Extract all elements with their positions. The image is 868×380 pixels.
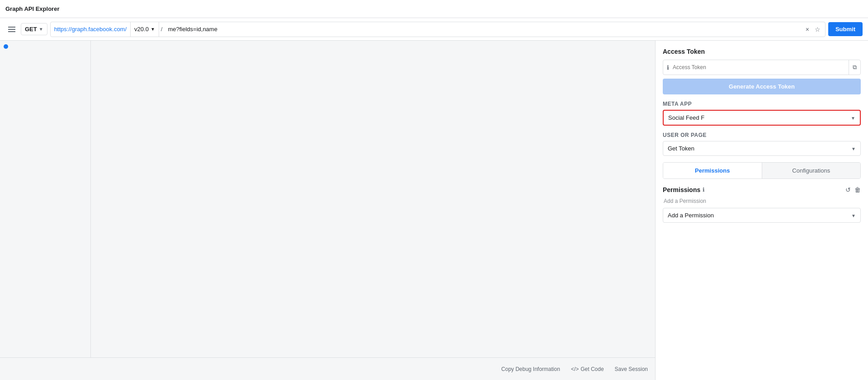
code-icon: </> <box>571 366 579 372</box>
permissions-header: Permissions ℹ ↺ 🗑 <box>663 186 861 193</box>
add-permission-hint: Add a Permission <box>663 198 861 204</box>
user-page-select-box: Get Token <box>663 141 861 156</box>
url-clear-button[interactable]: × <box>805 25 810 34</box>
method-label: GET <box>25 26 37 33</box>
toolbar: GET ▼ https://graph.facebook.com/ v20.0 … <box>0 18 868 41</box>
user-page-label: User or Page <box>663 132 861 138</box>
meta-app-select-box: Social Feed F <box>663 110 861 126</box>
submit-button[interactable]: Submit <box>828 22 863 36</box>
version-select[interactable]: v20.0 ▼ <box>130 22 159 37</box>
editor-footer: Copy Debug Information </> Get Code Save… <box>0 357 655 380</box>
main-content: Copy Debug Information </> Get Code Save… <box>0 41 868 380</box>
user-page-select[interactable]: Get Token <box>663 141 860 155</box>
access-token-title: Access Token <box>663 48 861 55</box>
hamburger-line <box>8 27 15 28</box>
url-actions: × ☆ <box>801 25 825 34</box>
meta-app-select[interactable]: Social Feed F <box>664 111 860 125</box>
permissions-actions: ↺ 🗑 <box>845 186 861 193</box>
right-panel-content: Access Token ℹ ⧉ Generate Access Token M… <box>656 41 868 230</box>
permissions-reset-button[interactable]: ↺ <box>845 186 851 193</box>
permissions-info-icon: ℹ <box>703 187 705 193</box>
access-token-input-row: ℹ ⧉ <box>663 60 861 75</box>
tabs-row: Permissions Configurations <box>663 162 861 179</box>
editor-panel: Copy Debug Information </> Get Code Save… <box>0 41 656 380</box>
permissions-title-row: Permissions ℹ <box>663 186 705 193</box>
url-base: https://graph.facebook.com/ <box>51 26 130 33</box>
editor-cursor-dot <box>4 44 8 49</box>
get-code-button[interactable]: </> Get Code <box>571 366 604 372</box>
get-code-label: Get Code <box>580 366 604 372</box>
copy-debug-label: Copy Debug Information <box>501 366 560 372</box>
add-permission-select[interactable]: Add a Permission <box>663 208 860 222</box>
permissions-section-title: Permissions <box>663 186 700 193</box>
token-copy-button[interactable]: ⧉ <box>849 60 860 75</box>
top-bar: Graph API Explorer <box>0 0 868 18</box>
copy-debug-button[interactable]: Copy Debug Information <box>501 366 560 372</box>
app-title: Graph API Explorer <box>5 5 59 12</box>
add-permission-select-box: Add a Permission <box>663 208 861 223</box>
generate-access-token-button[interactable]: Generate Access Token <box>663 79 861 94</box>
hamburger-line <box>8 31 15 32</box>
method-caret: ▼ <box>39 27 43 32</box>
access-token-input[interactable] <box>673 64 849 70</box>
url-container: https://graph.facebook.com/ v20.0 ▼ / × … <box>50 22 826 37</box>
tab-permissions[interactable]: Permissions <box>663 163 762 178</box>
url-bookmark-button[interactable]: ☆ <box>814 25 821 34</box>
url-slash: / <box>159 26 165 33</box>
editor-area <box>0 41 655 357</box>
version-caret: ▼ <box>151 27 155 32</box>
token-info-icon: ℹ <box>663 64 673 71</box>
copy-icon: ⧉ <box>853 64 857 71</box>
method-select[interactable]: GET ▼ <box>21 23 47 35</box>
menu-button[interactable] <box>5 24 18 35</box>
hamburger-line <box>8 29 15 30</box>
meta-app-label: Meta App <box>663 101 861 107</box>
editor-divider <box>90 41 91 357</box>
version-label: v20.0 <box>134 26 149 33</box>
url-path-input[interactable] <box>164 26 801 33</box>
save-session-button[interactable]: Save Session <box>615 366 648 372</box>
right-panel: Access Token ℹ ⧉ Generate Access Token M… <box>656 41 868 380</box>
tab-configurations[interactable]: Configurations <box>762 163 861 178</box>
permissions-delete-button[interactable]: 🗑 <box>854 186 861 193</box>
save-session-label: Save Session <box>615 366 648 372</box>
